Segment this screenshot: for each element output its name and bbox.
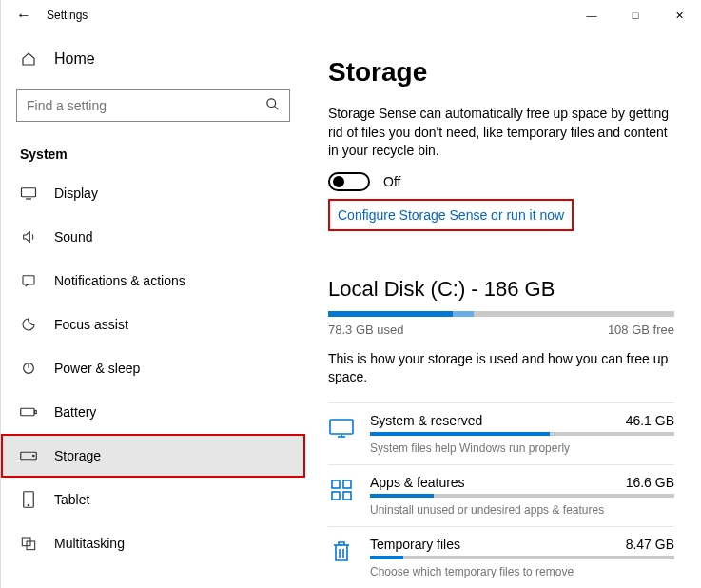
titlebar: ← Settings ― □ ✕	[1, 0, 701, 30]
content-pane: Storage Storage Sense can automatically …	[305, 30, 701, 588]
close-button[interactable]: ✕	[657, 0, 701, 30]
category-name: Temporary files	[370, 537, 460, 552]
minimize-button[interactable]: ―	[570, 0, 613, 30]
sound-icon	[20, 229, 37, 245]
nav-power-sleep[interactable]: Power & sleep	[1, 346, 305, 390]
category-bar	[370, 494, 674, 498]
nav-label: Storage	[54, 448, 101, 463]
storage-sense-description: Storage Sense can automatically free up …	[328, 105, 674, 161]
apps-icon	[328, 477, 355, 503]
sidebar: Home System Display Sound	[1, 30, 305, 588]
search-box[interactable]	[16, 89, 290, 122]
nav-label: Tablet	[54, 492, 89, 507]
nav-sound[interactable]: Sound	[1, 215, 305, 259]
svg-line-1	[274, 106, 278, 109]
svg-rect-15	[330, 420, 353, 434]
nav-label: Multitasking	[54, 536, 125, 551]
nav-multitasking[interactable]: Multitasking	[1, 521, 305, 565]
storage-icon	[20, 451, 37, 461]
nav-focus-assist[interactable]: Focus assist	[1, 303, 305, 346]
window-title: Settings	[47, 9, 88, 22]
category-bar	[370, 432, 674, 436]
tablet-icon	[20, 491, 37, 508]
category-subtitle: Uninstall unused or undesired apps & fea…	[370, 503, 674, 517]
power-icon	[20, 361, 37, 376]
multitasking-icon	[20, 536, 37, 551]
disk-used-label: 78.3 GB used	[328, 323, 404, 337]
category-size: 46.1 GB	[626, 413, 674, 428]
home-icon	[20, 51, 37, 67]
disk-breakdown-description: This is how your storage is used and how…	[328, 350, 674, 387]
configure-link-highlight: Configure Storage Sense or run it now	[328, 199, 574, 231]
disk-title: Local Disk (C:) - 186 GB	[328, 277, 674, 302]
category-size: 8.47 GB	[626, 537, 674, 552]
nav-label: Battery	[54, 404, 96, 420]
nav-label: Focus assist	[54, 317, 128, 332]
svg-point-12	[28, 504, 29, 506]
notifications-icon	[20, 273, 37, 288]
search-icon	[265, 97, 280, 114]
svg-rect-21	[343, 492, 351, 500]
nav-display[interactable]: Display	[1, 171, 305, 215]
disk-free-label: 108 GB free	[608, 323, 674, 337]
svg-rect-2	[22, 188, 36, 197]
category-subtitle: System files help Windows run properly	[370, 441, 674, 455]
maximize-button[interactable]: □	[613, 0, 657, 30]
category-apps-features[interactable]: Apps & features 16.6 GB Uninstall unused…	[328, 464, 674, 526]
svg-point-0	[267, 99, 276, 108]
category-bar	[370, 556, 674, 559]
storage-sense-toggle[interactable]	[328, 172, 370, 191]
svg-rect-20	[332, 492, 340, 500]
toggle-state-label: Off	[383, 174, 400, 189]
svg-rect-19	[343, 480, 351, 488]
trash-icon	[328, 539, 355, 565]
svg-rect-4	[23, 276, 34, 284]
nav-label: Notifications & actions	[54, 273, 185, 288]
page-title: Storage	[328, 57, 674, 88]
system-icon	[328, 415, 355, 441]
back-button[interactable]: ←	[1, 7, 47, 24]
home-nav[interactable]: Home	[1, 40, 305, 78]
battery-icon	[20, 406, 37, 418]
svg-rect-7	[21, 408, 34, 416]
nav-notifications[interactable]: Notifications & actions	[1, 259, 305, 303]
nav-label: Display	[54, 186, 98, 201]
svg-rect-18	[332, 480, 340, 488]
category-temporary-files[interactable]: Temporary files 8.47 GB Choose which tem…	[328, 526, 674, 588]
svg-point-10	[33, 455, 35, 457]
search-input[interactable]	[27, 98, 265, 113]
section-header: System	[1, 133, 305, 171]
nav-tablet[interactable]: Tablet	[1, 478, 305, 521]
category-name: Apps & features	[370, 475, 465, 490]
category-subtitle: Choose which temporary files to remove	[370, 565, 674, 578]
category-system-reserved[interactable]: System & reserved 46.1 GB System files h…	[328, 402, 674, 464]
nav-storage[interactable]: Storage	[1, 434, 305, 478]
nav-battery[interactable]: Battery	[1, 390, 305, 434]
display-icon	[20, 186, 37, 200]
disk-usage-bar	[328, 311, 674, 317]
nav-label: Power & sleep	[54, 361, 140, 376]
category-name: System & reserved	[370, 413, 482, 428]
home-label: Home	[54, 50, 95, 68]
category-size: 16.6 GB	[626, 475, 674, 490]
nav-label: Sound	[54, 229, 92, 245]
configure-storage-sense-link[interactable]: Configure Storage Sense or run it now	[338, 207, 564, 223]
svg-rect-8	[35, 411, 37, 414]
focus-icon	[20, 317, 37, 332]
